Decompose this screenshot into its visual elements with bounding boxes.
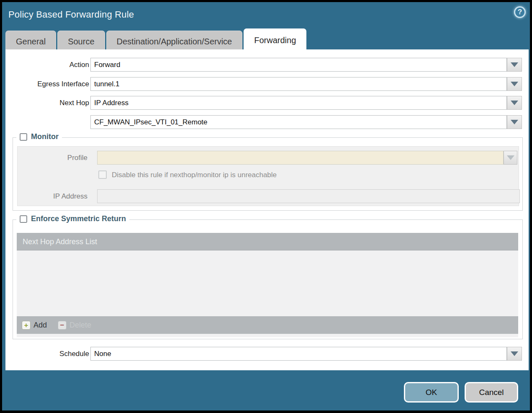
enforce-symmetric-return-label: Enforce Symmetric Return bbox=[31, 214, 126, 223]
tab-destination-application-service[interactable]: Destination/Application/Service bbox=[106, 31, 243, 52]
add-button-label: Add bbox=[33, 321, 47, 330]
profile-dropdown-button bbox=[504, 151, 517, 165]
monitor-checkbox[interactable] bbox=[20, 133, 27, 141]
profile-select bbox=[97, 151, 504, 165]
help-icon[interactable]: ? bbox=[514, 6, 526, 18]
egress-interface-label: Egress Interface bbox=[10, 77, 89, 91]
schedule-select[interactable]: None bbox=[90, 347, 507, 361]
disable-rule-checkbox bbox=[98, 170, 107, 179]
monitor-label: Monitor bbox=[31, 132, 59, 141]
monitor-panel: Profile Disable this rule if nexthop/mon… bbox=[17, 146, 519, 206]
delete-button: − Delete bbox=[58, 321, 91, 330]
enforce-symmetric-return-legend: Enforce Symmetric Return bbox=[16, 214, 129, 223]
next-hop-address-list-header: Next Hop Address List bbox=[17, 233, 518, 250]
dialog-title: Policy Based Forwarding Rule bbox=[8, 9, 134, 20]
chevron-down-icon bbox=[511, 351, 518, 356]
minus-icon: − bbox=[58, 321, 67, 330]
next-hop-label: Next Hop bbox=[10, 96, 89, 110]
table-bottom-strip bbox=[17, 334, 518, 337]
cancel-button[interactable]: Cancel bbox=[465, 382, 518, 403]
next-hop-type-dropdown-button[interactable] bbox=[507, 96, 522, 110]
plus-icon: + bbox=[22, 321, 31, 330]
tab-source[interactable]: Source bbox=[57, 31, 105, 52]
next-hop-address-list-body[interactable] bbox=[17, 250, 518, 316]
egress-interface-select[interactable]: tunnel.1 bbox=[90, 77, 507, 91]
delete-button-label: Delete bbox=[69, 321, 91, 330]
disable-rule-label: Disable this rule if nexthop/monitor ip … bbox=[112, 170, 277, 180]
chevron-down-icon bbox=[511, 120, 518, 124]
dialog-frame: Policy Based Forwarding Rule ? General S… bbox=[2, 2, 530, 410]
profile-label: Profile bbox=[21, 151, 87, 165]
monitor-ip-address-input bbox=[97, 189, 520, 203]
tab-bar: General Source Destination/Application/S… bbox=[5, 28, 306, 52]
tab-content-forwarding: Action Forward Egress Interface tunnel.1… bbox=[5, 49, 529, 370]
monitor-group: Monitor Profile Disable this rule if nex… bbox=[13, 137, 523, 211]
tab-forwarding[interactable]: Forwarding bbox=[244, 28, 306, 52]
monitor-ip-address-label: IP Address bbox=[21, 189, 87, 203]
chevron-down-icon bbox=[507, 155, 514, 160]
chevron-down-icon bbox=[511, 62, 518, 67]
schedule-dropdown-button[interactable] bbox=[507, 347, 522, 361]
enforce-symmetric-return-checkbox[interactable] bbox=[20, 215, 27, 223]
monitor-legend: Monitor bbox=[16, 132, 62, 141]
next-hop-address-dropdown-button[interactable] bbox=[507, 115, 522, 129]
schedule-label: Schedule bbox=[10, 347, 89, 361]
next-hop-address-select[interactable]: CF_MWAN_IPsec_VTI_01_Remote bbox=[90, 115, 507, 129]
action-dropdown-button[interactable] bbox=[507, 58, 522, 72]
ok-button[interactable]: OK bbox=[404, 382, 459, 403]
add-button[interactable]: + Add bbox=[22, 321, 47, 330]
tab-general[interactable]: General bbox=[5, 31, 56, 52]
next-hop-type-select[interactable]: IP Address bbox=[90, 96, 507, 110]
egress-interface-dropdown-button[interactable] bbox=[507, 77, 522, 91]
next-hop-address-table: Next Hop Address List + Add − Delete bbox=[17, 233, 518, 337]
chevron-down-icon bbox=[511, 101, 518, 105]
action-label: Action bbox=[10, 58, 89, 72]
action-select[interactable]: Forward bbox=[90, 58, 507, 72]
next-hop-address-list-toolbar: + Add − Delete bbox=[17, 316, 518, 334]
chevron-down-icon bbox=[511, 82, 518, 86]
